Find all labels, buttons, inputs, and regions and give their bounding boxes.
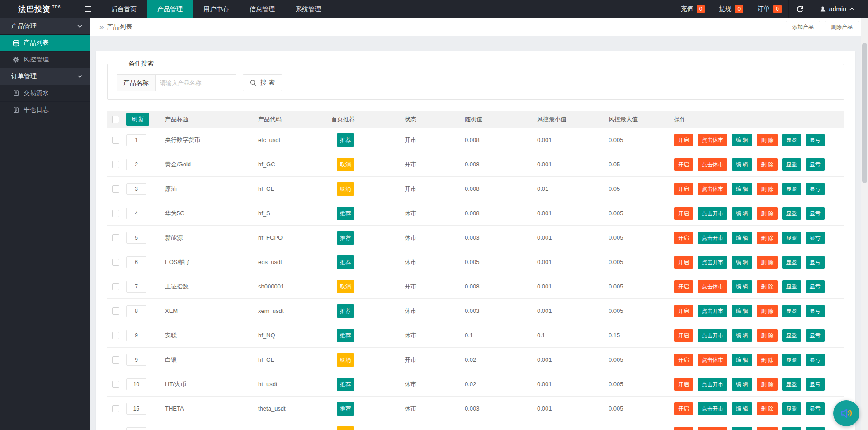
show-profit-button[interactable]: 显盈 — [782, 232, 801, 244]
open-button[interactable]: 开启 — [674, 232, 693, 244]
sort-input[interactable] — [126, 159, 146, 170]
user-menu[interactable]: admin — [811, 0, 868, 18]
stat-withdraw[interactable]: 提现0 — [712, 0, 750, 18]
toggle-market-button[interactable]: 点击休市 — [698, 427, 727, 430]
open-button[interactable]: 开启 — [674, 354, 693, 366]
toggle-market-button[interactable]: 点击开市 — [698, 402, 727, 415]
delete-button[interactable]: 删 除 — [757, 256, 777, 269]
row-checkbox[interactable] — [112, 283, 119, 290]
sidebar-item[interactable]: 平仓日志 — [0, 102, 90, 118]
edit-button[interactable]: 编 辑 — [732, 280, 752, 293]
sort-input[interactable] — [126, 330, 146, 341]
recommend-toggle[interactable]: 推荐 — [337, 329, 354, 342]
edit-button[interactable]: 编 辑 — [732, 158, 752, 171]
nav-item[interactable]: 用户中心 — [193, 0, 239, 18]
show-profit-button[interactable]: 显盈 — [782, 305, 801, 317]
edit-button[interactable]: 编 辑 — [732, 183, 752, 195]
sort-input[interactable] — [126, 354, 146, 366]
refresh-icon[interactable] — [788, 0, 811, 18]
product-name-input[interactable] — [156, 74, 236, 91]
edit-button[interactable]: 编 辑 — [732, 256, 752, 269]
recommend-toggle[interactable]: 推荐 — [337, 304, 354, 318]
open-button[interactable]: 开启 — [674, 183, 693, 195]
row-checkbox[interactable] — [112, 210, 119, 217]
recommend-toggle[interactable]: 推荐 — [337, 231, 354, 245]
recommend-toggle[interactable]: 推荐 — [337, 133, 354, 147]
recommend-toggle[interactable]: 取消 — [337, 158, 354, 171]
scrollbar-thumb[interactable] — [862, 43, 867, 183]
row-checkbox[interactable] — [112, 307, 119, 315]
recommend-toggle[interactable]: 取消 — [337, 280, 354, 293]
show-loss-button[interactable]: 显亏 — [806, 183, 825, 195]
open-button[interactable]: 开启 — [674, 158, 693, 171]
edit-button[interactable]: 编 辑 — [732, 329, 752, 342]
open-button[interactable]: 开启 — [674, 378, 693, 391]
sort-input[interactable] — [126, 281, 146, 293]
edit-button[interactable]: 编 辑 — [732, 305, 752, 317]
show-loss-button[interactable]: 显亏 — [806, 280, 825, 293]
show-loss-button[interactable]: 显亏 — [806, 305, 825, 317]
delete-button[interactable]: 删 除 — [757, 134, 777, 146]
toggle-market-button[interactable]: 点击开市 — [698, 256, 727, 269]
toggle-market-button[interactable]: 点击开市 — [698, 378, 727, 391]
show-profit-button[interactable]: 显盈 — [782, 378, 801, 391]
delete-button[interactable]: 删 除 — [757, 158, 777, 171]
recommend-toggle[interactable]: 取消 — [337, 426, 354, 430]
show-loss-button[interactable]: 显亏 — [806, 427, 825, 430]
edit-button[interactable]: 编 辑 — [732, 207, 752, 220]
sidebar-group-header[interactable]: 产品管理 — [0, 18, 90, 35]
sort-input[interactable] — [126, 232, 146, 244]
show-profit-button[interactable]: 显盈 — [782, 183, 801, 195]
sidebar-item[interactable]: 风控管理 — [0, 52, 90, 68]
row-checkbox[interactable] — [112, 185, 119, 193]
recommend-toggle[interactable]: 推荐 — [337, 378, 354, 391]
show-loss-button[interactable]: 显亏 — [806, 232, 825, 244]
row-checkbox[interactable] — [112, 332, 119, 339]
delete-button[interactable]: 删 除 — [757, 280, 777, 293]
search-button[interactable]: 搜 索 — [243, 74, 282, 91]
sort-input[interactable] — [126, 134, 146, 146]
show-loss-button[interactable]: 显亏 — [806, 256, 825, 269]
edit-button[interactable]: 编 辑 — [732, 232, 752, 244]
sort-input[interactable] — [126, 256, 146, 268]
row-checkbox[interactable] — [112, 234, 119, 241]
audio-fab-button[interactable] — [833, 400, 859, 426]
delete-button[interactable]: 删 除 — [757, 354, 777, 366]
sort-input[interactable] — [126, 403, 146, 415]
delete-product-button[interactable]: 删除产品 — [825, 21, 859, 33]
show-loss-button[interactable]: 显亏 — [806, 378, 825, 391]
nav-item[interactable]: 信息管理 — [239, 0, 285, 18]
delete-button[interactable]: 删 除 — [757, 207, 777, 220]
open-button[interactable]: 开启 — [674, 329, 693, 342]
edit-button[interactable]: 编 辑 — [732, 402, 752, 415]
show-profit-button[interactable]: 显盈 — [782, 402, 801, 415]
row-checkbox[interactable] — [112, 405, 119, 412]
show-profit-button[interactable]: 显盈 — [782, 280, 801, 293]
delete-button[interactable]: 删 除 — [757, 183, 777, 195]
toggle-market-button[interactable]: 点击休市 — [698, 134, 727, 146]
delete-button[interactable]: 删 除 — [757, 232, 777, 244]
show-profit-button[interactable]: 显盈 — [782, 329, 801, 342]
stat-recharge[interactable]: 充值0 — [674, 0, 712, 18]
add-product-button[interactable]: 添加产品 — [786, 21, 820, 33]
sort-input[interactable] — [126, 427, 146, 430]
row-checkbox[interactable] — [112, 381, 119, 388]
edit-button[interactable]: 编 辑 — [732, 354, 752, 366]
sidebar-group-header[interactable]: 订单管理 — [0, 68, 90, 85]
sort-input[interactable] — [126, 183, 146, 195]
open-button[interactable]: 开启 — [674, 305, 693, 317]
sidebar-item[interactable]: 产品列表 — [0, 35, 90, 52]
show-loss-button[interactable]: 显亏 — [806, 134, 825, 146]
table-refresh-button[interactable]: 刷 新 — [126, 113, 149, 126]
delete-button[interactable]: 删 除 — [757, 402, 777, 415]
show-profit-button[interactable]: 显盈 — [782, 134, 801, 146]
row-checkbox[interactable] — [112, 137, 119, 144]
show-profit-button[interactable]: 显盈 — [782, 256, 801, 269]
show-profit-button[interactable]: 显盈 — [782, 354, 801, 366]
show-profit-button[interactable]: 显盈 — [782, 427, 801, 430]
nav-item[interactable]: 产品管理 — [147, 0, 193, 18]
recommend-toggle[interactable]: 推荐 — [337, 402, 354, 416]
delete-button[interactable]: 删 除 — [757, 329, 777, 342]
open-button[interactable]: 开启 — [674, 280, 693, 293]
show-loss-button[interactable]: 显亏 — [806, 207, 825, 220]
